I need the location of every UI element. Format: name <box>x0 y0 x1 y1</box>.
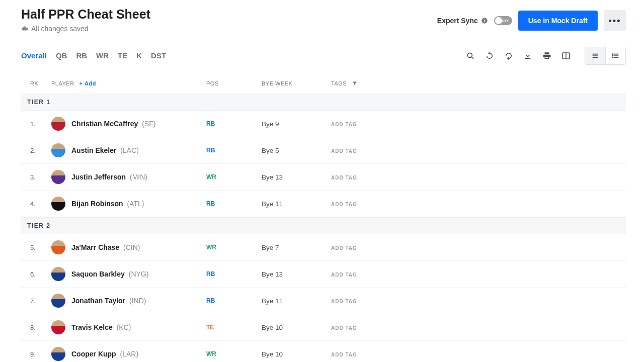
columns-icon[interactable] <box>561 51 571 60</box>
add-tag-button[interactable]: ADD TAG <box>331 245 357 251</box>
svg-point-14 <box>612 57 613 58</box>
expert-sync-toggle[interactable]: OFF <box>494 16 512 25</box>
player-team: (ATL) <box>125 200 144 208</box>
add-tag-button[interactable]: ADD TAG <box>331 272 357 278</box>
download-icon[interactable] <box>523 51 532 60</box>
player-row[interactable]: 3.Justin Jefferson (MIN)WRBye 13ADD TAG <box>21 164 626 191</box>
position: RB <box>206 297 262 304</box>
add-tag-button[interactable]: ADD TAG <box>331 299 357 304</box>
tier-header: TIER 1 <box>21 94 626 111</box>
position: RB <box>206 200 262 207</box>
list-detailed-icon <box>612 52 620 60</box>
rank: 1. <box>30 120 51 128</box>
svg-text:i: i <box>484 19 485 23</box>
col-rk: RK <box>30 80 51 86</box>
bye-week: Bye 10 <box>262 350 331 358</box>
bye-week: Bye 5 <box>262 147 331 154</box>
tier-header: TIER 2 <box>21 217 626 234</box>
tab-overall[interactable]: Overall <box>21 51 47 61</box>
add-tag-button[interactable]: ADD TAG <box>331 325 357 331</box>
player-row[interactable]: 1.Christian McCaffrey (SF)RBBye 9ADD TAG <box>21 111 626 137</box>
avatar <box>51 117 65 131</box>
player-name[interactable]: Cooper Kupp <box>71 350 116 358</box>
add-tag-button[interactable]: ADD TAG <box>331 202 357 207</box>
position: WR <box>206 350 262 357</box>
player-name[interactable]: Travis Kelce <box>71 323 113 331</box>
svg-line-3 <box>471 57 473 59</box>
player-team: (LAC) <box>118 146 138 154</box>
tab-qb[interactable]: QB <box>56 51 67 61</box>
info-icon[interactable]: i <box>481 17 488 24</box>
bye-week: Bye 11 <box>262 297 331 305</box>
player-team: (IND) <box>127 297 146 305</box>
player-team: (KC) <box>115 323 131 331</box>
toggle-off-label: OFF <box>502 19 511 23</box>
player-row[interactable]: 2.Austin Ekeler (LAC)RBBye 5ADD TAG <box>21 137 626 164</box>
rank: 2. <box>30 147 51 154</box>
position: WR <box>206 244 262 251</box>
print-icon[interactable] <box>542 51 551 60</box>
rank: 3. <box>30 173 51 181</box>
rank: 9. <box>30 350 51 358</box>
avatar <box>51 320 65 334</box>
player-name[interactable]: Jonathan Taylor <box>71 297 125 305</box>
player-row[interactable]: 7.Jonathan Taylor (IND)RBBye 11ADD TAG <box>21 288 626 314</box>
player-team: (NYG) <box>127 270 149 278</box>
rank: 5. <box>30 244 51 251</box>
col-tags: TAGS <box>331 80 347 86</box>
player-row[interactable]: 5.Ja'Marr Chase (CIN)WRBye 7ADD TAG <box>21 234 626 261</box>
player-row[interactable]: 9.Cooper Kupp (LAR)WRBye 10ADD TAG <box>21 341 626 362</box>
filter-icon[interactable] <box>352 80 358 86</box>
player-row[interactable]: 4.Bijan Robinson (ATL)RBBye 11ADD TAG <box>21 191 626 217</box>
avatar <box>51 143 65 157</box>
ellipsis-icon: ••• <box>609 16 621 26</box>
expert-sync-label: Expert Sync i <box>437 17 488 25</box>
col-bye: BYE WEEK <box>262 80 331 86</box>
view-detailed-button[interactable] <box>605 47 625 64</box>
tab-wr[interactable]: WR <box>96 51 109 61</box>
more-options-button[interactable]: ••• <box>604 10 626 31</box>
player-row[interactable]: 6.Saquon Barkley (NYG)RBBye 13ADD TAG <box>21 261 626 288</box>
redo-icon[interactable] <box>504 51 513 60</box>
player-name[interactable]: Christian McCaffrey <box>71 120 138 128</box>
search-icon[interactable] <box>466 51 475 60</box>
undo-icon[interactable] <box>485 51 494 60</box>
bye-week: Bye 10 <box>262 324 331 331</box>
add-tag-button[interactable]: ADD TAG <box>331 122 357 127</box>
tab-k[interactable]: K <box>136 51 142 61</box>
player-name[interactable]: Austin Ekeler <box>71 146 116 154</box>
player-team: (LAR) <box>118 350 138 358</box>
avatar <box>51 170 65 184</box>
player-name[interactable]: Bijan Robinson <box>71 200 123 208</box>
position: RB <box>206 147 262 154</box>
tab-te[interactable]: TE <box>118 51 127 61</box>
use-in-mock-draft-button[interactable]: Use in Mock Draft <box>518 11 598 31</box>
add-tag-button[interactable]: ADD TAG <box>331 352 357 357</box>
avatar <box>51 347 65 361</box>
save-status: All changes saved <box>21 25 437 33</box>
view-compact-button[interactable] <box>585 47 605 64</box>
svg-point-2 <box>467 53 472 57</box>
avatar <box>51 294 65 308</box>
tab-rb[interactable]: RB <box>76 51 87 61</box>
add-tag-button[interactable]: ADD TAG <box>331 175 357 180</box>
position: RB <box>206 270 262 278</box>
rank: 4. <box>30 200 51 208</box>
avatar <box>51 267 65 281</box>
add-tag-button[interactable]: ADD TAG <box>331 148 357 154</box>
avatar <box>51 240 65 254</box>
player-name[interactable]: Ja'Marr Chase <box>71 243 119 251</box>
player-row[interactable]: 8.Travis Kelce (KC)TEBye 10ADD TAG <box>21 314 626 341</box>
player-name[interactable]: Saquon Barkley <box>71 270 125 278</box>
rank: 7. <box>30 297 51 305</box>
rank: 8. <box>30 324 51 331</box>
add-player-link[interactable]: + Add <box>79 80 96 86</box>
page-title: Half PPR Cheat Sheet <box>21 7 437 22</box>
col-pos: POS <box>206 80 262 86</box>
player-name[interactable]: Justin Jefferson <box>71 173 126 181</box>
bye-week: Bye 13 <box>262 173 331 181</box>
position: TE <box>206 324 262 331</box>
save-status-text: All changes saved <box>31 25 89 33</box>
tab-dst[interactable]: DST <box>151 51 166 61</box>
bye-week: Bye 7 <box>262 244 331 251</box>
